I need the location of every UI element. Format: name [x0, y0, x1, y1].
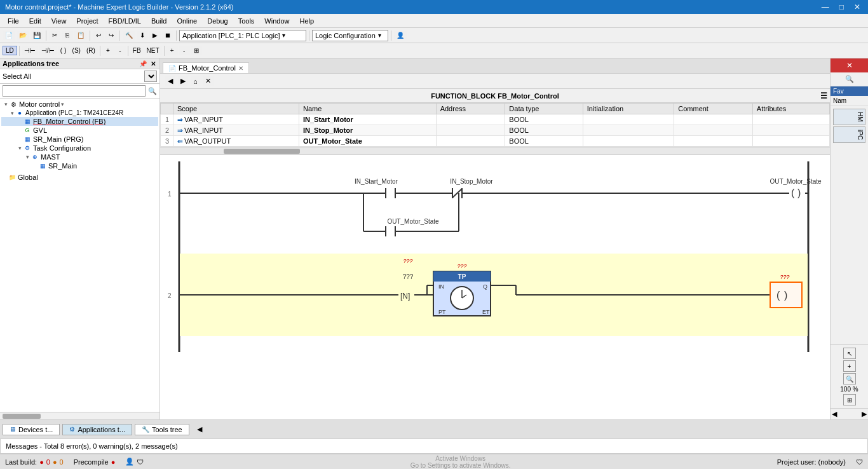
- tools-tab[interactable]: 🔧 Tools tree: [135, 424, 189, 435]
- expand-mast[interactable]: ▾: [24, 154, 31, 160]
- applications-tab[interactable]: ⚙ Applications t...: [62, 424, 132, 435]
- node-dropdown-icon[interactable]: ▾: [61, 101, 64, 107]
- add-rung-btn[interactable]: +: [102, 46, 114, 55]
- rung1-num: 1: [168, 191, 172, 198]
- download-btn[interactable]: ⬇: [137, 31, 148, 40]
- paste-btn[interactable]: 📋: [74, 31, 87, 40]
- tab-fb-motor-control[interactable]: 📄 FB_Motor_Control ✕: [163, 62, 249, 73]
- network-btn[interactable]: NET: [144, 46, 162, 55]
- var-hscroll-thumb[interactable]: [224, 149, 300, 154]
- logic-config-dropdown-icon[interactable]: ▾: [378, 32, 381, 39]
- menu-online[interactable]: Online: [172, 16, 202, 26]
- maximize-button[interactable]: □: [837, 3, 846, 11]
- nc-contact-btn[interactable]: ⊣/⊢: [39, 46, 57, 55]
- close-button[interactable]: ✕: [851, 3, 863, 11]
- search-input[interactable]: [3, 85, 146, 97]
- expand-task-config[interactable]: ▾: [17, 145, 23, 151]
- menu-fbdldil[interactable]: FBD/LD/IL: [104, 16, 146, 26]
- var-table: Scope Name Address Data type Initializat…: [160, 103, 830, 147]
- expand-motor-control[interactable]: ▾: [3, 101, 9, 107]
- zoom-in-btn[interactable]: +: [166, 46, 178, 55]
- ed-close-btn[interactable]: ✕: [203, 76, 214, 86]
- tree-node-task-config[interactable]: ▾ ⚙ Task Configuration: [1, 144, 158, 153]
- new-btn[interactable]: 📄: [3, 31, 15, 40]
- fb-settings-icon[interactable]: ☰: [820, 92, 827, 100]
- far-right-search[interactable]: 🔍: [831, 72, 868, 86]
- search-icon[interactable]: 🔍: [148, 87, 157, 95]
- scroll-left-btn[interactable]: ◀: [197, 425, 202, 433]
- arrow-right-btn[interactable]: ▶: [862, 410, 867, 418]
- zoom-fit-btn[interactable]: ⊞: [843, 394, 856, 405]
- menu-tools[interactable]: Tools: [233, 16, 260, 26]
- save-btn[interactable]: 💾: [31, 31, 43, 40]
- ed-forward-btn[interactable]: ▶: [178, 76, 188, 86]
- cut-btn[interactable]: ✂: [49, 31, 60, 40]
- ed-back-btn[interactable]: ◀: [165, 76, 175, 86]
- stop-btn[interactable]: ⏹: [162, 31, 173, 40]
- zoom-out-btn[interactable]: -: [179, 46, 190, 55]
- var-row-3[interactable]: 3 ⇐ VAR_OUTPUT OUT_Motor_State BOOL: [161, 136, 830, 147]
- logic-config-box[interactable]: Logic Configuration ▾: [312, 30, 388, 41]
- hmi-btn[interactable]: HM: [833, 109, 865, 125]
- ladder-area[interactable]: 1 IN_Start_Motor IN_Stop_Motor: [160, 155, 830, 419]
- menu-view[interactable]: View: [46, 16, 72, 26]
- no-contact-btn[interactable]: ⊣⊢: [22, 46, 38, 55]
- tree-node-global[interactable]: 📁 Global: [1, 173, 158, 182]
- left-panel-hscroll[interactable]: [0, 412, 159, 419]
- minimize-button[interactable]: —: [819, 3, 832, 11]
- tree-node-motor-control[interactable]: ▾ ⚙ Motor control ▾: [1, 100, 158, 109]
- menu-edit[interactable]: Edit: [24, 16, 46, 26]
- ipc-btn[interactable]: iPC: [833, 126, 865, 143]
- menu-window[interactable]: Window: [259, 16, 294, 26]
- build-btn[interactable]: 🔨: [123, 31, 135, 40]
- fb-btn[interactable]: FB: [130, 46, 144, 55]
- ladder-btn[interactable]: LD: [3, 46, 17, 55]
- var-row-2[interactable]: 2 ⇒ VAR_INPUT IN_Stop_Motor BOOL: [161, 125, 830, 136]
- zoom-plus-btn[interactable]: +: [843, 360, 856, 372]
- warning-icon: ●: [53, 458, 57, 466]
- app-selector-dropdown-icon[interactable]: ▾: [282, 32, 285, 39]
- coil-btn[interactable]: ( ): [58, 46, 69, 55]
- ed-home-btn[interactable]: ⌂: [191, 76, 200, 86]
- tree-node-gvl[interactable]: G GVL: [1, 126, 158, 135]
- tree-node-mast[interactable]: ▾ ⊕ MAST: [1, 153, 158, 161]
- expand-application[interactable]: ▾: [9, 110, 15, 116]
- var-name-3: OUT_Motor_State: [299, 136, 436, 147]
- far-right-close[interactable]: ✕: [831, 58, 868, 72]
- window-controls: — □ ✕: [819, 3, 863, 11]
- zoom-label: 100 %: [840, 386, 858, 393]
- menu-build[interactable]: Build: [146, 16, 172, 26]
- zoom-cursor-btn[interactable]: ↖: [843, 348, 856, 359]
- select-all-dropdown[interactable]: [144, 71, 157, 82]
- tree-node-fb-motor[interactable]: ▦ FB_Motor_Control (FB): [1, 117, 158, 126]
- var-table-scroll[interactable]: Scope Name Address Data type Initializat…: [160, 103, 830, 147]
- menu-help[interactable]: Help: [294, 16, 319, 26]
- panel-pin-btn[interactable]: 📌: [138, 60, 148, 67]
- var-row-1[interactable]: 1 ⇒ VAR_INPUT IN_Start_Motor BOOL: [161, 114, 830, 125]
- zoom-fit-btn[interactable]: ⊞: [191, 46, 202, 55]
- run-btn[interactable]: ▶: [149, 31, 161, 40]
- open-btn[interactable]: 📂: [17, 31, 29, 40]
- arrow-left-btn[interactable]: ◀: [832, 410, 837, 418]
- reset-coil-btn[interactable]: (R): [84, 46, 98, 55]
- panel-close-btn[interactable]: ✕: [149, 60, 157, 67]
- devices-tab[interactable]: 🖥 Devices t...: [3, 424, 60, 435]
- redo-btn[interactable]: ↪: [105, 31, 117, 40]
- menu-file[interactable]: File: [3, 16, 24, 26]
- undo-btn[interactable]: ↩: [93, 31, 104, 40]
- var-hscroll[interactable]: [160, 147, 830, 155]
- precompile-item[interactable]: Precompile ●: [74, 458, 116, 466]
- menu-project[interactable]: Project: [71, 16, 103, 26]
- del-rung-btn[interactable]: -: [114, 46, 126, 55]
- tab-close-btn[interactable]: ✕: [238, 65, 243, 72]
- user-btn[interactable]: 👤: [394, 31, 407, 40]
- menu-debug[interactable]: Debug: [202, 16, 233, 26]
- zoom-search-btn[interactable]: 🔍: [843, 373, 856, 384]
- tree-node-sr-main2[interactable]: ▦ SR_Main: [1, 161, 158, 170]
- tree-node-application[interactable]: ▾ ● Application (PLC_1: TM241CE24R: [1, 109, 158, 117]
- copy-btn[interactable]: ⎘: [62, 31, 73, 40]
- app-selector-box[interactable]: Application [PLC_1: PLC Logic] ▾: [179, 30, 306, 41]
- hscroll-thumb[interactable]: [3, 414, 41, 419]
- tree-node-sr-main[interactable]: ▦ SR_Main (PRG): [1, 135, 158, 144]
- set-coil-btn[interactable]: (S): [70, 46, 83, 55]
